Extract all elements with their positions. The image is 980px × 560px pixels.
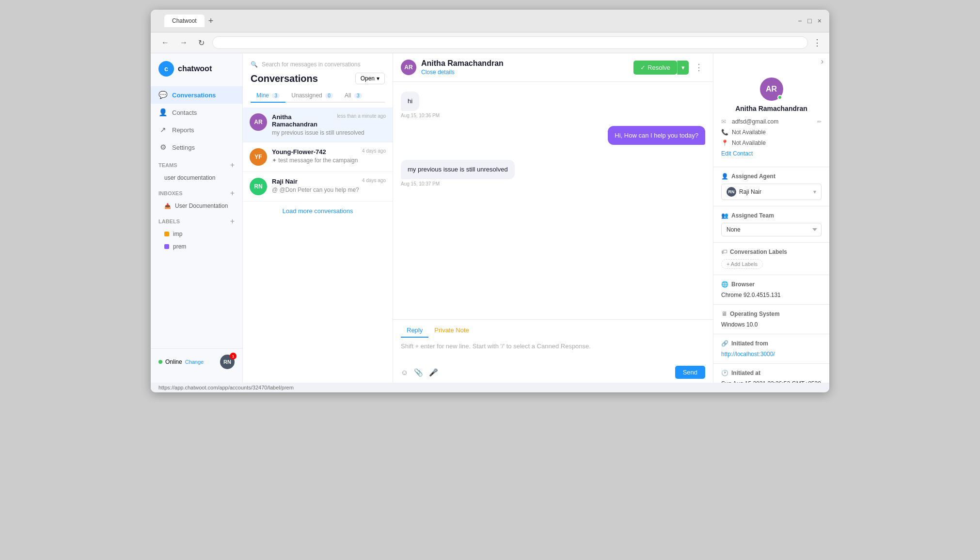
sidebar-item-label-prem[interactable]: prem: [151, 240, 242, 253]
label-dot-imp: [164, 232, 169, 236]
location-row: 📍 Not Available: [721, 138, 822, 148]
user-avatar[interactable]: RN 1: [220, 355, 235, 369]
teams-add-button[interactable]: +: [230, 161, 235, 170]
initiated-from-label: Initiated from: [731, 340, 768, 347]
add-labels-button[interactable]: + Add Labels: [721, 259, 763, 269]
new-tab-button[interactable]: +: [208, 16, 214, 26]
tab-mine-label: Mine: [256, 92, 269, 99]
label-imp-text: imp: [173, 231, 182, 237]
inboxes-add-button[interactable]: +: [230, 189, 235, 198]
conv-tabs: Mine 3 Unassigned 0 All 3: [251, 89, 385, 103]
reload-button[interactable]: ↻: [195, 37, 207, 48]
send-button[interactable]: Send: [675, 366, 705, 379]
conv-item-1[interactable]: AR Anitha Ramachandran less than a minut…: [243, 108, 393, 142]
sidebar-bottom: Online Change RN 1: [151, 348, 242, 375]
tab-all[interactable]: All 3: [339, 89, 368, 103]
change-status-link[interactable]: Change: [185, 359, 204, 365]
app-container: c chatwoot 💬 Conversations 👤 Contacts ↗ …: [151, 53, 829, 383]
phone-value: Not Available: [732, 129, 766, 136]
reply-tab[interactable]: Reply: [401, 324, 428, 338]
initiated-at-label: Initiated at: [731, 370, 760, 376]
browser-icon: 🌐: [721, 281, 728, 288]
browser-tab[interactable]: Chatwoot: [164, 15, 205, 27]
conv-preview-1: my previous issue is still unresolved: [272, 129, 386, 136]
resolve-dropdown-button[interactable]: ▾: [677, 61, 689, 75]
sidebar-item-settings[interactable]: ⚙ Settings: [151, 139, 242, 156]
conv-time-1: less than a minute ago: [337, 113, 386, 129]
label-dot-prem: [164, 244, 169, 249]
minimize-button[interactable]: −: [798, 17, 802, 25]
browser-menu-button[interactable]: ⋮: [813, 37, 822, 48]
message-time-3: Aug 15, 10:37 PM: [401, 181, 440, 187]
right-panel: › AR Anitha Ramachandran ✉ adfsd@gmail.c…: [713, 53, 829, 383]
logo-text: chatwoot: [178, 64, 212, 73]
assigned-team-title: 👥 Assigned Team: [721, 212, 822, 219]
labels-add-button[interactable]: +: [230, 217, 235, 226]
toolbar-icons: ☺ 📎 🎤: [401, 368, 438, 377]
conv-avatar-1: AR: [250, 113, 267, 131]
initiated-from-title: 🔗 Initiated from: [721, 340, 822, 347]
sidebar-item-contacts[interactable]: 👤 Contacts: [151, 104, 242, 121]
team-select[interactable]: None: [721, 223, 822, 236]
sidebar-item-conversations[interactable]: 💬 Conversations: [151, 86, 242, 104]
online-dot: [158, 360, 162, 364]
assigned-agent-title: 👤 Assigned Agent: [721, 173, 822, 180]
contacts-icon: 👤: [158, 108, 167, 117]
message-time-2: Aug 10, 10:36 PM: [666, 147, 705, 152]
chat-area: AR Anitha Ramachandran Close details ✓ R…: [393, 53, 713, 383]
back-button[interactable]: ←: [158, 37, 172, 48]
chat-contact-avatar: AR: [401, 60, 416, 75]
edit-contact-link[interactable]: Edit Contact: [721, 148, 822, 159]
tab-mine[interactable]: Mine 3: [251, 89, 285, 103]
search-bar[interactable]: 🔍 Search for messages in conversations: [251, 61, 385, 68]
email-edit-icon[interactable]: ✏: [817, 119, 822, 125]
forward-button[interactable]: →: [177, 37, 190, 48]
labels-label: Labels: [158, 218, 180, 224]
message-time-1: Aug 15, 10:36 PM: [401, 113, 440, 118]
status-bar: https://app.chatwoot.com/app/accounts/32…: [151, 383, 829, 392]
browser-window: Chatwoot + − □ × ← → ↻ ⋮ c chatwoot 💬 Co…: [151, 10, 829, 392]
initiated-from-section: 🔗 Initiated from http://localhost:3000/: [713, 334, 829, 364]
sidebar-item-user-documentation-team[interactable]: user documentation: [151, 171, 242, 184]
filter-button[interactable]: Open ▾: [355, 73, 385, 84]
filter-label: Open: [361, 75, 375, 82]
conv-title-row: Conversations Open ▾: [251, 73, 385, 84]
initiated-from-value[interactable]: http://localhost:3000/: [721, 351, 822, 358]
agent-select-button[interactable]: RN Raji Nair ▾: [721, 184, 822, 200]
os-title: 🖥 Operating System: [721, 311, 822, 317]
audio-button[interactable]: 🎤: [429, 368, 438, 377]
close-details-link[interactable]: Close details: [421, 69, 504, 76]
search-icon: 🔍: [251, 61, 258, 68]
emoji-button[interactable]: ☺: [401, 368, 408, 377]
chat-messages: hi Aug 15, 10:36 PM Hi, How can I help y…: [393, 82, 713, 319]
close-button[interactable]: ×: [818, 17, 822, 25]
conv-item-3[interactable]: RN Raji Nair 4 days ago @ @Don Peter can…: [243, 172, 393, 202]
address-input[interactable]: [212, 36, 808, 49]
message-3-wrapper: my previous issue is still unresolved Au…: [401, 160, 705, 187]
sidebar-item-label-imp[interactable]: imp: [151, 228, 242, 240]
os-value: Windows 10.0: [721, 321, 822, 328]
conv-item-2[interactable]: YF Young-Flower-742 4 days ago ✦ test me…: [243, 142, 393, 172]
contact-name: Anitha Ramachandran: [735, 105, 807, 112]
panel-toggle-button[interactable]: ›: [821, 57, 823, 66]
email-value: adfsd@gmail.com: [732, 118, 778, 125]
conv-time-3: 4 days ago: [362, 178, 386, 187]
sidebar-item-user-documentation-inbox[interactable]: 📥 User Documentation: [151, 200, 242, 212]
resolve-button[interactable]: ✓ Resolve: [633, 61, 677, 75]
private-note-tab[interactable]: Private Note: [428, 324, 475, 338]
filter-chevron-icon: ▾: [377, 75, 379, 82]
attach-button[interactable]: 📎: [414, 368, 423, 377]
conv-content-3: Raji Nair 4 days ago @ @Don Peter can yo…: [272, 178, 386, 195]
tab-unassigned-count: 0: [325, 93, 333, 98]
online-indicator: [777, 95, 782, 100]
phone-row: 📞 Not Available: [721, 127, 822, 138]
window-action-controls: − □ ×: [798, 17, 822, 25]
maximize-button[interactable]: □: [807, 17, 811, 25]
message-bubble-1: hi: [401, 92, 419, 111]
load-more-button[interactable]: Load more conversations: [243, 202, 393, 220]
tab-unassigned[interactable]: Unassigned 0: [285, 89, 339, 103]
assigned-team-label: Assigned Team: [731, 212, 774, 219]
chat-more-button[interactable]: ⋮: [693, 60, 705, 75]
sidebar-item-reports[interactable]: ↗ Reports: [151, 121, 242, 139]
conversations-icon: 💬: [158, 91, 167, 99]
